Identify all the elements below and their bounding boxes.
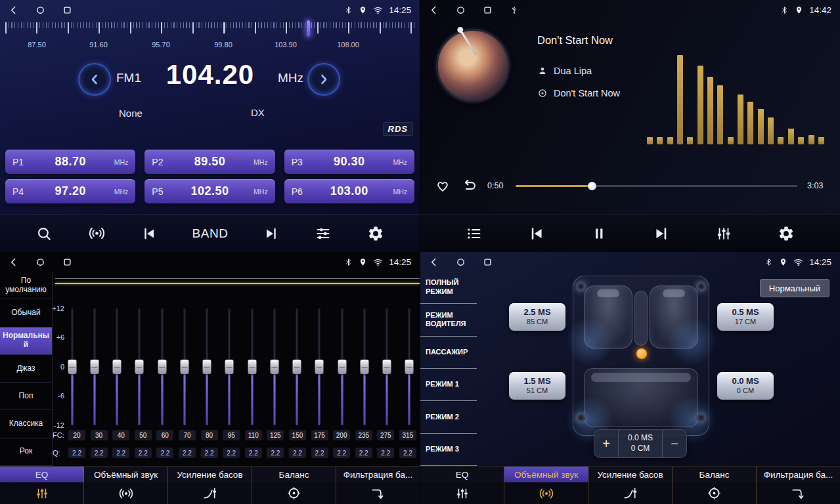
- balance-target-icon[interactable]: [252, 482, 336, 504]
- home-circle-icon[interactable]: [35, 5, 45, 15]
- eq-band-slider[interactable]: [135, 308, 144, 425]
- recents-square-icon[interactable]: [483, 5, 493, 15]
- mode-item-3[interactable]: РЕЖИМ 3: [420, 434, 477, 466]
- bass-boost-icon[interactable]: [588, 482, 673, 504]
- mode-item-driver[interactable]: РЕЖИМ ВОДИТЕЛЯ: [420, 304, 477, 336]
- fc-value-cell: 125: [267, 430, 284, 440]
- preset-button-p2[interactable]: P289.50MHz: [144, 150, 275, 174]
- eq-band-slider[interactable]: [247, 308, 257, 425]
- mode-item-passenger[interactable]: ПАССАЖИР: [420, 337, 477, 369]
- eq-band-slider[interactable]: [315, 308, 324, 425]
- sound-preset-button[interactable]: Нормальный: [760, 279, 829, 297]
- delay-increase-button[interactable]: +: [594, 436, 618, 452]
- mode-item-full[interactable]: ПОЛНЫЙ РЕЖИМ: [420, 272, 477, 304]
- settings-gear-button[interactable]: [367, 225, 384, 242]
- back-icon[interactable]: [429, 257, 439, 267]
- eq-band-slider[interactable]: [112, 308, 122, 425]
- tab-balance[interactable]: Баланс: [252, 467, 336, 482]
- repeat-button[interactable]: [460, 177, 477, 194]
- eq-band-slider[interactable]: [269, 308, 279, 425]
- eq-band-slider[interactable]: [405, 308, 414, 425]
- audio-settings-button[interactable]: [315, 225, 332, 242]
- tune-down-button[interactable]: [78, 63, 111, 96]
- home-circle-icon[interactable]: [35, 257, 45, 267]
- back-icon[interactable]: [429, 5, 439, 15]
- tab-surround[interactable]: Объёмный звук: [504, 467, 588, 482]
- next-track-button[interactable]: [653, 225, 670, 242]
- surround-sound-icon[interactable]: [504, 482, 588, 504]
- preset-button-p5[interactable]: P5102.50MHz: [144, 179, 275, 203]
- filter-icon[interactable]: [336, 482, 420, 504]
- eq-sliders-icon[interactable]: [420, 482, 504, 504]
- prev-station-button[interactable]: [141, 226, 157, 242]
- favorite-heart-button[interactable]: [435, 178, 451, 194]
- tab-filter[interactable]: Фильтрация ба...: [336, 467, 420, 482]
- tab-bass-boost[interactable]: Усиление басов: [168, 467, 252, 482]
- artist-row: Dua Lipa: [537, 66, 592, 76]
- back-icon[interactable]: [9, 5, 18, 15]
- surround-sound-icon[interactable]: [84, 482, 168, 504]
- eq-band-slider[interactable]: [292, 308, 302, 425]
- eq-band-slider[interactable]: [67, 308, 77, 425]
- eq-sliders-icon[interactable]: [0, 482, 84, 504]
- pause-button[interactable]: [590, 225, 608, 242]
- bass-boost-icon[interactable]: [168, 482, 252, 504]
- eq-preset-item[interactable]: Обычай: [0, 299, 52, 327]
- eq-band-slider[interactable]: [225, 308, 234, 425]
- eq-band-slider[interactable]: [382, 308, 392, 425]
- tab-eq[interactable]: EQ: [0, 467, 84, 482]
- eq-band-slider[interactable]: [359, 308, 369, 425]
- next-station-button[interactable]: [263, 226, 279, 242]
- delay-rear-left-button[interactable]: 1.5 MS51 CM: [509, 372, 565, 400]
- progress-knob[interactable]: [588, 182, 596, 190]
- filter-icon[interactable]: [757, 482, 840, 504]
- eq-preset-item-selected[interactable]: Нормальный: [0, 327, 52, 355]
- eq-preset-item[interactable]: Поп: [0, 383, 52, 410]
- delay-front-left-button[interactable]: 2.5 MS85 CM: [509, 303, 565, 331]
- eq-band-slider[interactable]: [89, 308, 99, 425]
- preset-button-p4[interactable]: P497.20MHz: [5, 179, 135, 203]
- listening-position-dot[interactable]: [636, 348, 647, 359]
- band-button[interactable]: BAND: [192, 226, 229, 241]
- eq-preset-list: По умолчанию Обычай Нормальный Джаз Поп …: [0, 272, 53, 466]
- tab-eq[interactable]: EQ: [420, 467, 504, 482]
- delay-rear-right-button[interactable]: 0.0 MS0 CM: [717, 372, 774, 400]
- balance-target-icon[interactable]: [673, 482, 757, 504]
- q-value-cell: 2.2: [333, 448, 350, 458]
- recents-square-icon[interactable]: [62, 257, 72, 267]
- frequency-ruler[interactable]: [5, 22, 414, 38]
- eq-band-slider[interactable]: [337, 308, 347, 425]
- eq-preset-item[interactable]: Рок: [0, 438, 52, 466]
- preset-button-p1[interactable]: P188.70MHz: [5, 150, 135, 174]
- back-icon[interactable]: [9, 257, 18, 267]
- preset-button-p6[interactable]: P6103.00MHz: [284, 179, 414, 203]
- home-circle-icon[interactable]: [456, 257, 466, 267]
- eq-preset-item[interactable]: Классика: [0, 410, 52, 438]
- recents-square-icon[interactable]: [62, 5, 72, 15]
- settings-gear-button[interactable]: [778, 225, 795, 242]
- progress-slider[interactable]: [516, 181, 797, 191]
- status-bar: 14:25: [0, 0, 420, 20]
- home-circle-icon[interactable]: [456, 5, 466, 15]
- tune-up-button[interactable]: [307, 63, 340, 96]
- eq-band-slider[interactable]: [202, 308, 212, 425]
- delay-decrease-button[interactable]: −: [663, 436, 686, 452]
- delay-front-right-button[interactable]: 0.5 MS17 CM: [717, 303, 774, 331]
- playlist-button[interactable]: [466, 225, 483, 242]
- mixer-button[interactable]: [715, 225, 732, 242]
- eq-preset-item[interactable]: Джаз: [0, 355, 52, 383]
- mode-item-1[interactable]: РЕЖИМ 1: [420, 369, 477, 401]
- broadcast-button[interactable]: [88, 224, 106, 242]
- tab-bass-boost[interactable]: Усиление басов: [588, 467, 673, 482]
- recents-square-icon[interactable]: [483, 257, 493, 267]
- eq-band-slider[interactable]: [157, 308, 167, 425]
- eq-preset-item[interactable]: По умолчанию: [0, 272, 52, 299]
- preset-button-p3[interactable]: P390.30MHz: [284, 150, 414, 174]
- tab-balance[interactable]: Баланс: [673, 467, 757, 482]
- prev-track-button[interactable]: [528, 225, 545, 242]
- tab-filter[interactable]: Фильтрация ба...: [757, 467, 840, 482]
- eq-band-slider[interactable]: [179, 308, 189, 425]
- mode-item-2[interactable]: РЕЖИМ 2: [420, 401, 477, 433]
- scan-button[interactable]: [35, 225, 53, 242]
- tab-surround[interactable]: Объёмный звук: [84, 467, 168, 482]
